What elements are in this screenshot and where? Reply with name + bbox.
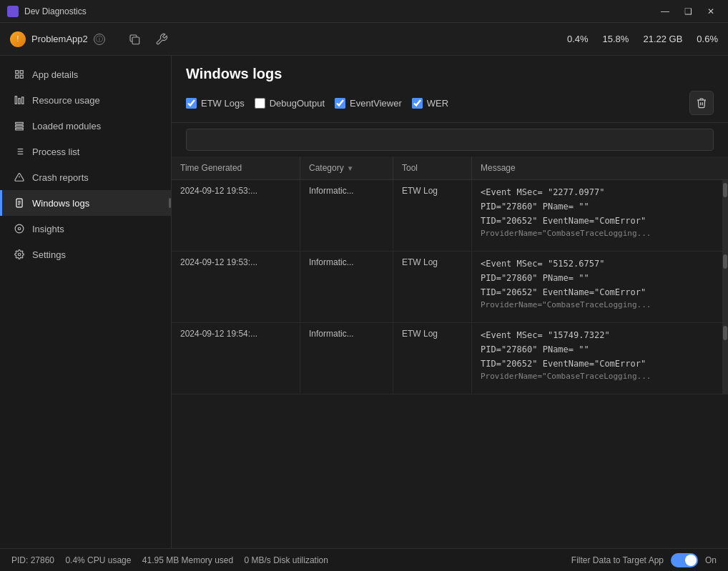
message-scrollbar-1[interactable]: [722, 252, 728, 322]
delete-button[interactable]: [689, 91, 714, 115]
tools-button[interactable]: [154, 31, 169, 47]
status-pid: PID: 27860: [11, 555, 54, 565]
app-icon: !: [10, 31, 26, 47]
scroll-thumb-0: [723, 183, 727, 197]
status-separator-2: [135, 555, 137, 565]
loaded-modules-icon: [14, 120, 25, 131]
sidebar-item-insights[interactable]: Insights: [0, 216, 171, 242]
status-bar-right: Filter Data to Target App On: [571, 553, 717, 567]
header-category[interactable]: Category ▼: [300, 157, 393, 179]
debug-output-checkbox[interactable]: [255, 98, 265, 109]
table-row[interactable]: 2024-09-12 19:53:... Informatic... ETW L…: [172, 180, 728, 252]
debug-output-label: DebugOutput: [270, 98, 325, 109]
cell-category-1: Informatic...: [300, 252, 393, 322]
cell-tool-1: ETW Log: [393, 252, 472, 322]
filter-data-label: Filter Data to Target App: [571, 555, 664, 565]
sidebar-item-process-list[interactable]: Process list: [0, 139, 171, 164]
cell-time-1: 2024-09-12 19:53:...: [172, 252, 300, 322]
resource-usage-icon: [14, 94, 25, 106]
app-details-icon: [14, 69, 25, 80]
svg-rect-8: [16, 122, 24, 124]
sidebar-item-process-list-label: Process list: [32, 147, 79, 157]
table-header: Time Generated Category ▼ Tool Message: [172, 157, 728, 180]
crash-reports-icon: [14, 172, 25, 183]
wer-checkbox[interactable]: [412, 98, 423, 109]
status-bar: PID: 27860 0.4% CPU usage 41.95 MB Memor…: [0, 548, 728, 571]
debug-output-filter[interactable]: DebugOutput: [255, 98, 325, 109]
svg-rect-0: [132, 37, 139, 44]
windows-logs-icon: [14, 197, 25, 209]
settings-icon: [14, 249, 25, 260]
sidebar-item-crash-reports[interactable]: Crash reports: [0, 164, 171, 190]
cell-message-0: <Event MSec= "2277.0977" PID="27860" PNa…: [472, 180, 728, 251]
svg-rect-4: [20, 75, 23, 78]
header-time-generated: Time Generated: [172, 157, 300, 179]
sidebar-scroll-indicator: [169, 198, 171, 208]
page-title: Windows logs: [186, 66, 714, 82]
header-message: Message: [472, 157, 728, 179]
scroll-thumb-2: [723, 326, 727, 340]
cell-category-0: Informatic...: [300, 180, 393, 251]
close-button[interactable]: ✕: [701, 4, 721, 19]
cell-message-1: <Event MSec= "5152.6757" PID="27860" PNa…: [472, 252, 728, 322]
status-separator-3: [237, 555, 240, 565]
window-controls: — ❑ ✕: [655, 4, 721, 19]
table-row[interactable]: 2024-09-12 19:53:... Informatic... ETW L…: [172, 252, 728, 323]
event-viewer-checkbox[interactable]: [335, 98, 345, 109]
svg-rect-9: [16, 125, 24, 126]
sidebar-item-insights-label: Insights: [32, 224, 64, 234]
app-logo-icon: [7, 6, 19, 17]
copy-button[interactable]: [127, 31, 142, 47]
scroll-thumb-1: [723, 254, 727, 269]
etw-logs-label: ETW Logs: [201, 98, 245, 109]
svg-rect-2: [20, 71, 23, 74]
wer-filter[interactable]: WER: [412, 98, 448, 109]
cell-message-2: <Event MSec= "15749.7322" PID="27860" PN…: [472, 323, 728, 394]
sidebar-item-app-details-label: App details: [32, 69, 78, 80]
status-disk: 0 MB/s Disk utilization: [245, 555, 328, 565]
sidebar-item-loaded-modules[interactable]: Loaded modules: [0, 113, 171, 139]
sidebar-item-settings[interactable]: Settings: [0, 242, 171, 267]
etw-logs-checkbox[interactable]: [186, 98, 197, 109]
info-icon[interactable]: ⓘ: [94, 34, 105, 45]
header-tool: Tool: [393, 157, 472, 179]
insights-icon: [14, 223, 25, 234]
filter-checkboxes: ETW Logs DebugOutput EventViewer WER: [186, 98, 448, 109]
cell-time-0: 2024-09-12 19:53:...: [172, 180, 300, 251]
main-layout: App details Resource usage Loaded module…: [0, 56, 728, 548]
cell-category-2: Informatic...: [300, 323, 393, 394]
event-viewer-label: EventViewer: [350, 98, 402, 109]
message-scrollbar-0[interactable]: [722, 180, 728, 251]
svg-rect-1: [16, 71, 19, 74]
etw-logs-filter[interactable]: ETW Logs: [186, 98, 245, 109]
sidebar-item-app-details[interactable]: App details: [0, 61, 171, 87]
svg-point-25: [18, 253, 21, 256]
content-header: Windows logs ETW Logs DebugOutput EventV…: [172, 56, 728, 123]
app-bar: ! ProblemApp2 ⓘ 0.4% 15.8% 21.22 GB 0.6%: [0, 23, 728, 56]
event-viewer-filter[interactable]: EventViewer: [335, 98, 402, 109]
status-cpu: 0.4% CPU usage: [65, 555, 131, 565]
toggle-knob: [685, 555, 697, 566]
sidebar: App details Resource usage Loaded module…: [0, 56, 172, 548]
status-separator-1: [59, 555, 61, 565]
app-name-label: ProblemApp2: [31, 34, 88, 44]
filter-toggle[interactable]: [671, 553, 698, 567]
toggle-state-label: On: [705, 555, 717, 565]
disk-metric: 21.22 GB: [643, 34, 682, 44]
sidebar-item-resource-usage[interactable]: Resource usage: [0, 87, 171, 113]
title-bar-title: Dev Diagnostics: [24, 6, 655, 16]
table-row[interactable]: 2024-09-12 19:54:... Informatic... ETW L…: [172, 323, 728, 394]
sidebar-item-loaded-modules-label: Loaded modules: [32, 121, 101, 131]
toolbar-icons: [127, 31, 169, 47]
memory-metric: 15.8%: [603, 34, 629, 44]
sidebar-item-windows-logs[interactable]: Windows logs: [0, 190, 171, 216]
sidebar-item-crash-reports-label: Crash reports: [32, 172, 89, 183]
cell-time-2: 2024-09-12 19:54:...: [172, 323, 300, 394]
message-scrollbar-2[interactable]: [722, 323, 728, 394]
app-bar-metrics: 0.4% 15.8% 21.22 GB 0.6%: [567, 34, 718, 44]
minimize-button[interactable]: —: [655, 4, 675, 19]
status-memory: 41.95 MB Memory used: [142, 555, 233, 565]
search-bar-row: [172, 123, 728, 157]
search-input[interactable]: [186, 129, 714, 151]
maximize-button[interactable]: ❑: [678, 4, 698, 19]
